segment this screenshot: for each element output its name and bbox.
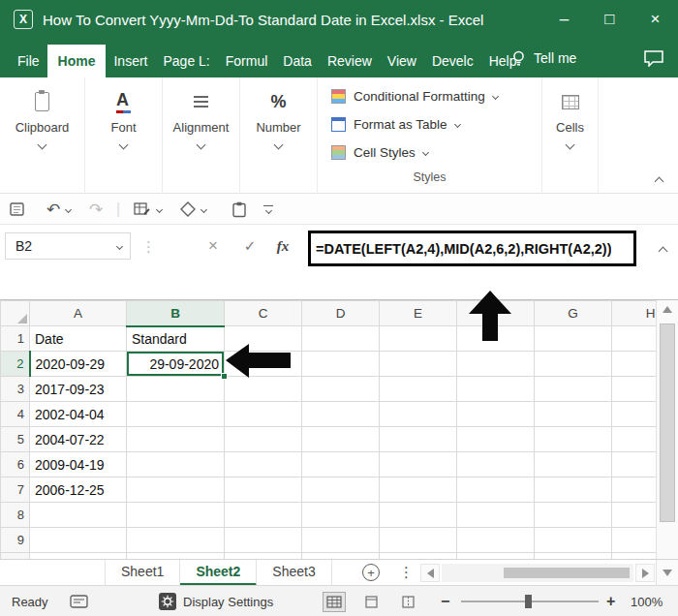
row-header-7[interactable]: 7 (1, 477, 30, 503)
shapes-icon[interactable] (180, 194, 196, 225)
ribbon-group-alignment[interactable]: Alignment (163, 77, 240, 194)
tab-file[interactable]: File (10, 45, 47, 77)
normal-view-button[interactable] (323, 592, 346, 612)
undo-button[interactable]: ↶ (46, 194, 60, 225)
display-settings-button[interactable]: Display Settings (159, 586, 273, 616)
cell-F9[interactable] (457, 528, 535, 553)
tab-develc[interactable]: Develc (424, 45, 481, 77)
name-box[interactable]: B2 (5, 232, 131, 260)
cell-G7[interactable] (535, 477, 612, 503)
row-header-1[interactable]: 1 (1, 326, 30, 352)
zoom-in-button[interactable]: + (606, 586, 615, 616)
cell-G5[interactable] (535, 427, 612, 452)
col-header-H[interactable]: H (612, 301, 657, 326)
cell-B9[interactable] (127, 528, 225, 553)
collapse-ribbon-icon[interactable] (655, 177, 664, 187)
cell-B5[interactable] (127, 427, 225, 452)
minimize-button[interactable]: – (541, 0, 587, 39)
col-header-A[interactable]: A (30, 301, 127, 326)
cell-G4[interactable] (535, 402, 612, 427)
cell-A7[interactable]: 2006-12-25 (30, 477, 127, 503)
cell-E7[interactable] (380, 477, 457, 503)
tab-formul[interactable]: Formul (218, 45, 276, 77)
cell-A3[interactable]: 2017-09-23 (30, 377, 127, 402)
chevron-down-icon[interactable] (65, 205, 72, 212)
cell-F2[interactable] (457, 352, 535, 377)
cell-E4[interactable] (380, 402, 457, 427)
cell-A5[interactable]: 2004-07-22 (30, 427, 127, 452)
insert-function-icon[interactable]: fx (271, 232, 294, 260)
row-header-2[interactable]: 2 (1, 352, 30, 377)
cell-C3[interactable] (225, 377, 302, 402)
cell-C6[interactable] (225, 452, 302, 477)
page-break-view-button[interactable] (396, 592, 419, 612)
cell-H2[interactable] (612, 352, 657, 377)
cell-H5[interactable] (612, 427, 657, 452)
cell-E5[interactable] (380, 427, 457, 452)
cell-D5[interactable] (302, 427, 380, 452)
cell-G2[interactable] (535, 352, 612, 377)
cell-D9[interactable] (302, 528, 380, 553)
zoom-level-label[interactable]: 100% (631, 586, 663, 616)
col-header-C[interactable]: C (225, 301, 302, 326)
cell-B2[interactable]: 29-09-2020 (127, 352, 225, 377)
tell-me-button[interactable]: Tell me (511, 39, 576, 77)
ribbon-group-clipboard[interactable]: Clipboard (0, 77, 85, 194)
row-header-3[interactable]: 3 (1, 377, 30, 402)
customize-qat-icon[interactable] (263, 194, 273, 225)
ribbon-group-font[interactable]: Font (85, 77, 163, 194)
cell-B3[interactable] (127, 377, 225, 402)
cell-A4[interactable]: 2002-04-04 (30, 402, 127, 427)
cell-F7[interactable] (457, 477, 535, 503)
cell-C5[interactable] (225, 427, 302, 452)
scroll-up-icon[interactable] (663, 306, 672, 313)
cell-E8[interactable] (380, 503, 457, 528)
cell-A9[interactable] (30, 528, 127, 553)
sheet-tab-sheet1[interactable]: Sheet1 (105, 560, 180, 586)
cell-E9[interactable] (380, 528, 457, 553)
vertical-scrollbar-thumb[interactable] (660, 323, 675, 522)
zoom-slider-thumb[interactable] (525, 595, 532, 608)
cell-D4[interactable] (302, 402, 380, 427)
row-header-4[interactable]: 4 (1, 402, 30, 427)
ribbon-group-cells[interactable]: Cells (542, 77, 599, 194)
cell-E1[interactable] (380, 326, 457, 352)
cell-D2[interactable] (302, 352, 380, 377)
conditional-formatting-button[interactable]: Conditional Formatting (318, 82, 542, 110)
cell-B8[interactable] (127, 503, 225, 528)
redo-button[interactable]: ↷ (89, 194, 103, 225)
row-header-8[interactable]: 8 (1, 503, 30, 528)
cell-H3[interactable] (612, 377, 657, 402)
cell-E6[interactable] (380, 452, 457, 477)
tab-data[interactable]: Data (275, 45, 320, 77)
formula-input[interactable]: =DATE(LEFT(A2,4),MID(A2,6,2),RIGHT(A2,2)… (308, 231, 636, 266)
cell-B6[interactable] (127, 452, 225, 477)
cell-A6[interactable]: 2009-04-19 (30, 452, 127, 477)
enter-icon[interactable]: ✓ (238, 232, 262, 260)
scroll-down-button[interactable] (656, 560, 678, 586)
cell-D7[interactable] (302, 477, 380, 503)
cell-H9[interactable] (612, 528, 657, 553)
cell-C4[interactable] (225, 402, 302, 427)
cell-G9[interactable] (535, 528, 612, 553)
tab-insert[interactable]: Insert (106, 45, 155, 77)
cell-F3[interactable] (457, 377, 535, 402)
row-header-6[interactable]: 6 (1, 452, 30, 477)
macro-record-icon[interactable] (70, 586, 88, 616)
cell-B4[interactable] (127, 402, 225, 427)
horizontal-scrollbar[interactable] (442, 564, 633, 582)
formula-bar-expand-icon[interactable] (659, 247, 668, 257)
cell-H4[interactable] (612, 402, 657, 427)
dots-separator-icon[interactable]: ⋮ (399, 564, 414, 581)
ribbon-group-number[interactable]: Number (240, 77, 318, 194)
cell-F6[interactable] (457, 452, 535, 477)
cell-C8[interactable] (225, 503, 302, 528)
scroll-right-icon[interactable] (635, 564, 655, 582)
cell-D6[interactable] (302, 452, 380, 477)
tab-review[interactable]: Review (320, 45, 380, 77)
cell-H1[interactable] (612, 326, 657, 352)
tab-page-l[interactable]: Page L: (155, 45, 217, 77)
cell-E3[interactable] (380, 377, 457, 402)
cell-E2[interactable] (380, 352, 457, 377)
zoom-out-button[interactable]: − (441, 586, 449, 616)
